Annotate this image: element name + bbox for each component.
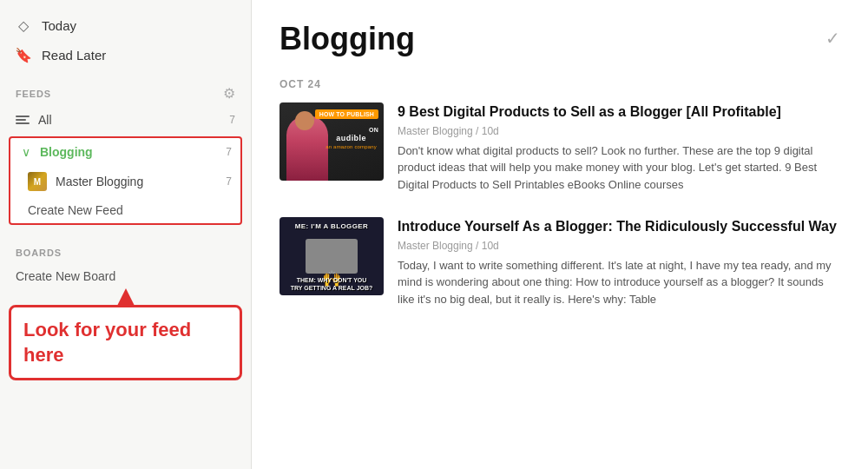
- how-to-text: HOW TO PUBLISH: [319, 111, 374, 117]
- annotation-arrow: [117, 288, 135, 306]
- date-divider: OCT 24: [279, 78, 840, 90]
- boards-section-header: BOARDS: [0, 239, 251, 263]
- thumb-audible-img: HOW TO PUBLISH ON audible an amazon comp…: [279, 102, 384, 181]
- create-feed-label: Create New Feed: [28, 203, 123, 217]
- meme-top: ME: I'M A BLOGGER: [279, 222, 384, 230]
- boards-label: BOARDS: [16, 248, 62, 258]
- article-title: 9 Best Digital Products to Sell as a Blo…: [398, 102, 840, 122]
- bookmark-icon: 🔖: [16, 47, 31, 63]
- blogging-header[interactable]: ∨ Blogging 7: [10, 138, 240, 166]
- blogging-group: ∨ Blogging 7 M Master Blogging 7 Create …: [9, 136, 242, 225]
- feed-all-item[interactable]: All 7: [0, 107, 251, 133]
- create-board-item[interactable]: Create New Board: [0, 263, 251, 289]
- boards-section: BOARDS Create New Board: [0, 239, 251, 289]
- sidebar: ◇ Today 🔖 Read Later FEEDS ⚙ All 7 ∨ Blo…: [0, 0, 252, 469]
- article-thumbnail: HOW TO PUBLISH ON audible an amazon comp…: [279, 102, 384, 181]
- article-item[interactable]: HOW TO PUBLISH ON audible an amazon comp…: [279, 102, 840, 193]
- sidebar-item-today[interactable]: ◇ Today: [0, 10, 251, 40]
- laptop-area: [306, 239, 358, 274]
- main-content: Blogging ✓ OCT 24 HOW TO PUBLISH ON audi…: [252, 0, 868, 469]
- article-title: Introduce Yourself As a Blogger: The Rid…: [398, 217, 840, 236]
- article-desc: Don't know what digital products to sell…: [398, 142, 840, 194]
- woman-head: [295, 111, 314, 130]
- blogging-count: 7: [226, 146, 232, 158]
- publish-text: ON: [369, 127, 378, 133]
- create-board-label: Create New Board: [16, 269, 115, 283]
- main-header: Blogging ✓: [279, 21, 840, 57]
- all-label: All: [38, 113, 52, 127]
- source-name: Master Blogging: [56, 175, 143, 188]
- sidebar-item-read-later[interactable]: 🔖 Read Later: [0, 40, 251, 69]
- create-feed-item[interactable]: Create New Feed: [10, 197, 240, 223]
- article-meta: Master Blogging / 10d: [398, 240, 840, 252]
- source-favicon: M: [28, 172, 47, 191]
- feeds-section-header: FEEDS ⚙: [0, 76, 251, 107]
- feeds-list: All 7 ∨ Blogging 7 M Master Blogging 7 C…: [0, 107, 251, 228]
- article-item[interactable]: ME: I'M A BLOGGER 🙌 THEM: WHY DON'T YOUT…: [279, 217, 840, 307]
- today-label: Today: [42, 18, 76, 33]
- favicon-initial: M: [34, 177, 41, 187]
- how-to-box: HOW TO PUBLISH: [315, 109, 378, 119]
- article-body: 9 Best Digital Products to Sell as a Blo…: [398, 102, 840, 193]
- chevron-down-icon: ∨: [19, 145, 33, 159]
- blogging-label: Blogging: [40, 145, 219, 159]
- master-blogging-source[interactable]: M Master Blogging 7: [10, 166, 240, 197]
- gear-icon[interactable]: ⚙: [223, 85, 235, 102]
- all-feeds-icon: [16, 116, 30, 124]
- read-later-label: Read Later: [42, 48, 106, 63]
- page-title: Blogging: [279, 21, 415, 57]
- all-count: 7: [229, 114, 235, 126]
- check-icon[interactable]: ✓: [825, 28, 840, 49]
- audible-text: audible: [336, 134, 366, 142]
- today-icon: ◇: [16, 17, 31, 33]
- feeds-section-label: FEEDS: [16, 89, 51, 99]
- article-meta: Master Blogging / 10d: [398, 125, 840, 137]
- audible-sub: an amazon company: [326, 144, 377, 149]
- article-desc: Today, I want to write something differe…: [398, 257, 840, 308]
- meme-bottom: THEM: WHY DON'T YOUTRY GETTING A REAL JO…: [279, 276, 384, 292]
- audible-logo: audible an amazon company: [326, 134, 377, 149]
- source-count: 7: [226, 175, 232, 188]
- thumb-blogger-img: ME: I'M A BLOGGER 🙌 THEM: WHY DON'T YOUT…: [279, 217, 384, 295]
- annotation-bubble: Look for your feed here: [9, 305, 242, 380]
- sidebar-navigation: ◇ Today 🔖 Read Later: [0, 0, 251, 76]
- favicon-inner: M: [28, 172, 47, 191]
- article-thumbnail: ME: I'M A BLOGGER 🙌 THEM: WHY DON'T YOUT…: [279, 217, 384, 295]
- annotation-text: Look for your feed here: [23, 319, 191, 366]
- article-body: Introduce Yourself As a Blogger: The Rid…: [398, 217, 840, 307]
